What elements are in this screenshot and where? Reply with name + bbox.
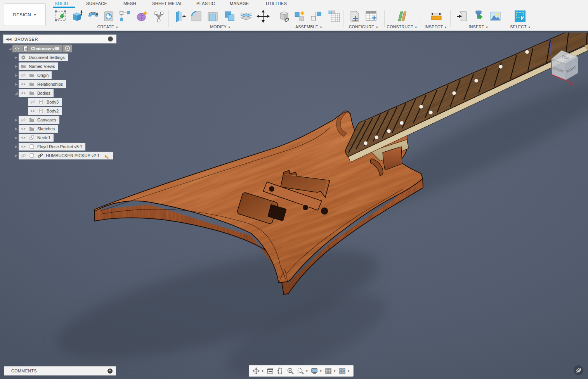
expander-icon[interactable]: ▶ [14, 82, 19, 86]
tree-row-named-views[interactable]: ▶ Named Views [14, 62, 120, 70]
configuration-icon[interactable] [348, 9, 362, 23]
design-workspace-menu[interactable]: DESIGN ▼ [4, 3, 46, 26]
group-create[interactable]: CREATE ▼ [97, 24, 119, 29]
split-body-icon[interactable] [239, 9, 253, 23]
joint-icon[interactable] [293, 9, 307, 23]
tab-manage[interactable]: MANAGE [230, 1, 249, 6]
eye-off-icon[interactable] [20, 117, 26, 123]
expander-open-icon[interactable]: ◢ [8, 47, 12, 50]
edit-pencil-icon[interactable] [104, 152, 110, 159]
expander-icon[interactable]: ▶ [14, 127, 19, 131]
window-zoom-icon[interactable] [296, 367, 305, 375]
group-assemble[interactable]: ASSEMBLE ▼ [295, 24, 323, 29]
zoom-icon[interactable] [286, 367, 295, 375]
body-drill-hole [321, 208, 328, 215]
display-settings-dropdown-icon[interactable]: ▼ [319, 370, 322, 372]
tree-row-canvases[interactable]: ▶ Canvases [14, 116, 120, 124]
fillet-icon[interactable] [189, 9, 203, 23]
tree-row-body3[interactable]: Body3 [28, 98, 120, 106]
orbit-icon[interactable] [252, 367, 261, 375]
eye-icon[interactable] [20, 126, 26, 132]
group-inspect[interactable]: INSPECT ▼ [425, 24, 447, 29]
eye-icon[interactable] [14, 45, 20, 52]
tree-row-relationships[interactable]: ▶ Relationships [14, 80, 120, 88]
extrude-icon[interactable] [70, 9, 84, 23]
display-settings-icon[interactable] [310, 367, 319, 375]
grid-dropdown-icon[interactable]: ▼ [333, 370, 336, 372]
tab-surface[interactable]: SURFACE [86, 1, 107, 6]
measure-icon[interactable] [429, 9, 443, 23]
revolve-icon[interactable] [86, 9, 100, 23]
tree-row-neck[interactable]: ▶ Neck:1 [14, 134, 120, 142]
construction-plane-icon[interactable] [395, 9, 409, 23]
eye-icon[interactable] [20, 81, 26, 87]
tree-row-document-settings[interactable]: ▶ Document Settings [14, 54, 120, 61]
form-icon[interactable] [135, 9, 149, 23]
group-insert[interactable]: INSERT ▼ [469, 24, 489, 29]
job-status-icon[interactable] [574, 365, 583, 375]
eye-icon[interactable] [20, 90, 26, 96]
group-construct[interactable]: CONSTRUCT ▼ [387, 24, 417, 29]
window-zoom-dropdown-icon[interactable]: ▼ [305, 370, 308, 372]
expander-open-icon[interactable]: ◢ [14, 91, 19, 95]
tree-item-label: Origin [37, 73, 49, 78]
canvas-icon[interactable] [488, 9, 502, 23]
look-at-icon[interactable] [265, 367, 275, 375]
tab-plastic[interactable]: PLASTIC [196, 1, 215, 6]
group-modify[interactable]: MODIFY ▼ [210, 24, 231, 29]
activate-component-icon[interactable] [63, 45, 72, 52]
tree-row-origin[interactable]: ▶ Origin [14, 71, 120, 79]
eye-icon[interactable] [20, 135, 26, 141]
expander-icon[interactable]: ▶ [14, 118, 19, 122]
group-configure[interactable]: CONFIGURE ▼ [349, 24, 379, 29]
pattern-icon[interactable] [118, 9, 132, 23]
eye-icon[interactable] [29, 108, 36, 114]
create-sketch-icon[interactable] [54, 9, 68, 23]
pan-icon[interactable] [276, 367, 285, 375]
configuration-table-icon[interactable] [364, 9, 378, 23]
tab-solid[interactable]: SOLID [55, 1, 68, 6]
tree-row-body2[interactable]: Body2 [28, 107, 120, 115]
hole-icon[interactable] [102, 9, 116, 23]
eye-icon[interactable] [20, 144, 26, 150]
group-select[interactable]: SELECT ▼ [510, 24, 531, 29]
select-icon[interactable] [513, 9, 527, 23]
tree-row-floyd-rose-pocket[interactable]: ▶ Floyd Rose Pocket v5:1 [14, 143, 120, 151]
expander-icon[interactable]: ▶ [14, 55, 19, 59]
collapse-panel-icon[interactable]: ◀◀ [6, 37, 12, 41]
expander-icon[interactable]: ▶ [14, 73, 19, 77]
tree-row-root[interactable]: ◢ Chainsaw v66 [8, 45, 120, 52]
expander-icon[interactable]: ▶ [14, 136, 19, 140]
new-component-icon[interactable] [278, 9, 291, 23]
tree-row-bodies[interactable]: ◢ Bodies [14, 89, 120, 97]
motion-study-icon[interactable] [327, 9, 341, 23]
orbit-dropdown-icon[interactable]: ▼ [261, 370, 264, 372]
folder-icon [20, 63, 26, 69]
move-icon[interactable] [256, 9, 270, 23]
eye-off-icon[interactable] [20, 72, 26, 78]
collapse-all-icon[interactable]: − [108, 36, 113, 42]
comments-panel[interactable]: COMMENTS + [4, 366, 116, 376]
tab-mesh[interactable]: MESH [123, 1, 136, 6]
viewports-icon[interactable] [338, 367, 347, 375]
tree-row-humbucker-pickup[interactable]: ▶ HUMBUCKER PICKUP v2:1 [14, 152, 120, 159]
press-pull-icon[interactable] [173, 9, 187, 23]
combine-icon[interactable] [223, 9, 237, 23]
shell-icon[interactable] [206, 9, 220, 23]
grid-icon[interactable] [324, 367, 333, 375]
eye-off-icon[interactable] [29, 99, 36, 105]
insert-fastener-icon[interactable] [472, 9, 486, 23]
expander-icon[interactable]: ▶ [14, 154, 19, 157]
expander-icon[interactable]: ▶ [14, 64, 19, 68]
tab-sheet-metal[interactable]: SHEET METAL [152, 1, 183, 6]
add-comment-icon[interactable]: + [108, 369, 113, 374]
expander-icon[interactable]: ▶ [14, 145, 19, 149]
pipe-icon[interactable] [152, 9, 166, 23]
insert-derive-icon[interactable] [456, 9, 470, 23]
tree-row-sketches[interactable]: ▶ Sketches [14, 125, 120, 133]
as-built-joint-icon[interactable] [309, 9, 323, 23]
browser-header[interactable]: ◀◀ BROWSER − [3, 35, 116, 43]
tab-utilities[interactable]: UTILITIES [266, 1, 287, 6]
eye-off-icon[interactable] [20, 152, 26, 159]
viewports-dropdown-icon[interactable]: ▼ [347, 370, 350, 372]
